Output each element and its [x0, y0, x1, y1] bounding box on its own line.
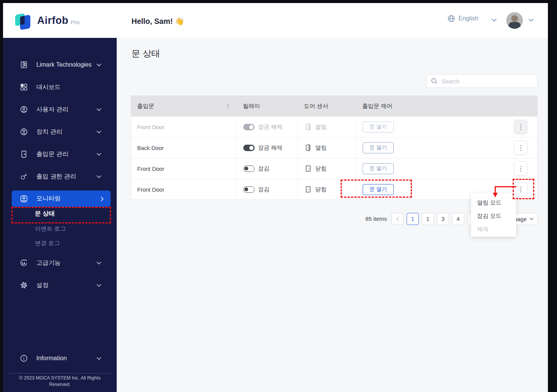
open-door-button[interactable]: 문 열기 [363, 163, 394, 174]
sidebar-item-organization[interactable]: Limark Technologies [3, 59, 117, 70]
key-icon [20, 172, 28, 181]
monitor-icon [20, 195, 28, 203]
brand-logo[interactable]: Airfob Pro [15, 11, 102, 30]
door-open-icon [304, 144, 312, 151]
user-icon [20, 105, 28, 114]
sidebar-item-label: Information [36, 355, 67, 362]
info-icon [20, 354, 28, 362]
table-header-row: 출입문 릴레이 도어 센서 출입문 제어 [131, 96, 537, 116]
sidebar-item-dashboard[interactable]: 대시보드 [3, 82, 117, 92]
brand-suffix: Pro [70, 16, 79, 25]
greeting-text: Hello, Sam! 👋 [131, 17, 184, 26]
pagination-page-button[interactable]: 4 [452, 213, 464, 225]
chevron-down-icon [96, 284, 102, 287]
column-header-door[interactable]: 출입문 [131, 103, 235, 110]
pagination-total: 85 items [362, 216, 387, 222]
pagination-page-button[interactable]: 1 [422, 213, 434, 225]
sensor-label: 닫힘 [315, 165, 327, 172]
avatar[interactable] [506, 12, 523, 29]
kebab-icon [520, 145, 521, 151]
kebab-icon [520, 187, 521, 192]
pagination-prev-button[interactable] [391, 213, 404, 225]
chevron-down-icon [96, 63, 102, 67]
chevron-down-icon [529, 217, 534, 220]
door-name: Back Door [131, 145, 235, 151]
table-row: Front Door 잠김 닫힘 문 열기 [131, 158, 537, 179]
sidebar-item-devices[interactable]: 장치 관리 [3, 127, 117, 137]
chevron-down-icon [96, 130, 102, 134]
advanced-icon [20, 259, 28, 267]
sort-icon[interactable] [226, 103, 230, 109]
menu-item-open-mode[interactable]: 열림 모드 [471, 196, 516, 209]
sensor-label: 열림 [315, 123, 327, 131]
relay-toggle[interactable] [243, 166, 255, 172]
kebab-menu-button[interactable] [514, 141, 527, 155]
sidebar-item-doors[interactable]: 출입문 관리 [3, 149, 117, 159]
pagination-page-button[interactable]: 1 [407, 213, 419, 225]
pagination-page-button[interactable]: 3 [437, 213, 449, 225]
door-closed-icon [304, 186, 312, 193]
building-icon [20, 61, 28, 69]
sidebar-item-label: 고급기능 [36, 259, 61, 267]
search-icon [431, 78, 438, 84]
relay-toggle[interactable] [243, 145, 255, 151]
door-name: Front Door [131, 166, 235, 172]
sidebar-item-users[interactable]: 사용자 관리 [3, 104, 117, 115]
search-input[interactable] [441, 78, 529, 84]
sidebar-item-monitoring[interactable]: 모니터링 [12, 191, 111, 207]
sidebar-item-label: 장치 관리 [36, 128, 62, 136]
language-selector[interactable]: English [447, 14, 478, 23]
relay-label: 잠금 해제 [258, 123, 282, 131]
relay-label: 잠김 [258, 165, 269, 172]
brand-logo-icon [15, 11, 33, 30]
table-row: Back Door 잠금 해제 열림 문 열기 [131, 137, 537, 158]
chevron-down-icon [96, 153, 102, 156]
language-label: English [458, 15, 478, 22]
chevron-down-icon [96, 108, 102, 111]
sidebar-item-label: 출입 권한 관리 [36, 173, 76, 181]
open-door-button[interactable]: 문 열기 [363, 142, 394, 153]
chevron-right-icon [100, 196, 104, 201]
door-control-context-menu: 열림 모드 잠김 모드 해제 [471, 193, 516, 237]
page-title: 문 상태 [131, 48, 160, 59]
sidebar-item-label: 모니터링 [36, 195, 61, 203]
chevron-down-icon [96, 357, 102, 360]
chevron-down-icon [96, 175, 102, 178]
sidebar-item-information[interactable]: Information [3, 353, 117, 364]
relay-label: 잠금 해제 [258, 144, 282, 151]
sidebar-item-label: 사용자 관리 [36, 106, 68, 114]
table-row: Front Door 잠금 해제 열림 문 열기 [131, 116, 537, 137]
relay-toggle[interactable] [243, 186, 255, 193]
sensor-label: 닫힘 [315, 186, 327, 193]
door-closed-icon [304, 165, 312, 172]
column-header-control: 출입문 제어 [355, 96, 537, 116]
sidebar-subitem-door-status[interactable]: 문 상태 [35, 210, 55, 218]
sidebar-subitem-event-log[interactable]: 이벤트 로그 [35, 225, 66, 233]
relay-toggle[interactable] [243, 124, 255, 130]
app-window: Airfob Pro Hello, Sam! 👋 English Limark … [3, 3, 548, 392]
kebab-icon [520, 124, 521, 130]
top-header: Airfob Pro Hello, Sam! 👋 English [3, 3, 548, 38]
open-door-button[interactable]: 문 열기 [363, 122, 394, 133]
sidebar-subitem-change-log[interactable]: 변경 로그 [35, 239, 60, 247]
sidebar-item-label: 대시보드 [36, 83, 61, 91]
sidebar-item-access-rights[interactable]: 출입 권한 관리 [3, 171, 117, 182]
annotation-door-status [11, 207, 111, 223]
sensor-label: 열림 [315, 144, 327, 151]
brand-name: Airfob [37, 15, 68, 27]
sidebar-item-advanced[interactable]: 고급기능 [3, 258, 117, 268]
sidebar: Limark Technologies 대시보드 사용자 관리 장치 관리 [3, 38, 117, 392]
kebab-menu-button[interactable] [514, 161, 527, 176]
kebab-menu-button[interactable] [514, 120, 527, 134]
gear-icon [20, 281, 28, 289]
door-icon [20, 150, 28, 158]
open-door-button[interactable]: 문 열기 [363, 184, 394, 195]
sidebar-item-label: 출입문 관리 [36, 150, 68, 158]
chevron-down-icon[interactable] [528, 18, 534, 22]
sidebar-item-label: 설정 [36, 281, 49, 289]
chevron-down-icon[interactable] [491, 18, 497, 22]
sidebar-item-settings[interactable]: 설정 [3, 280, 117, 290]
menu-item-release[interactable]: 해제 [471, 223, 516, 236]
globe-icon [447, 14, 455, 23]
menu-item-lock-mode[interactable]: 잠김 모드 [471, 209, 516, 223]
